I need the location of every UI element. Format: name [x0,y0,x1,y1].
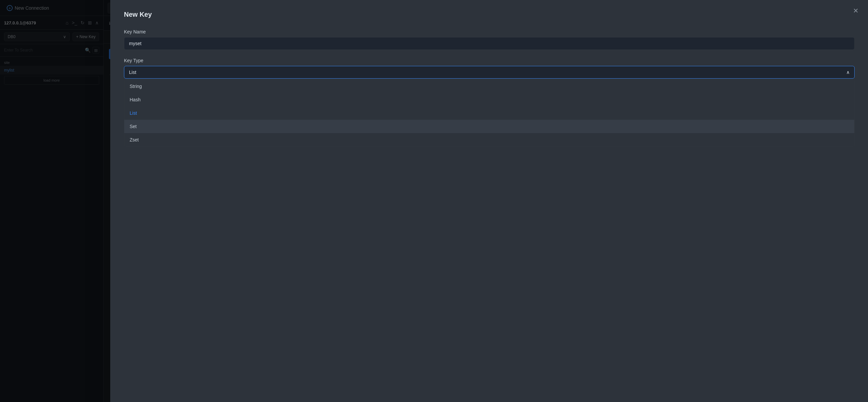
modal-overlay: ✕ New Key Key Name Key Type List ∧ Strin… [0,0,868,402]
key-type-dropdown: String Hash List Set Zset [124,79,855,147]
key-name-label: Key Name [124,29,855,34]
dropdown-option-list[interactable]: List [124,106,854,120]
chevron-up-icon: ∧ [846,69,849,75]
new-key-modal: ✕ New Key Key Name Key Type List ∧ Strin… [110,0,868,402]
key-type-label: Key Type [124,58,855,63]
modal-title: New Key [124,11,855,19]
key-type-select[interactable]: List ∧ [124,66,855,79]
dropdown-option-zset[interactable]: Zset [124,133,854,146]
modal-close-button[interactable]: ✕ [850,5,861,16]
dropdown-option-string[interactable]: String [124,80,854,93]
key-type-group: Key Type List ∧ String Hash List Set Zse… [124,58,855,147]
key-type-value: List [129,69,136,75]
dropdown-option-hash[interactable]: Hash [124,93,854,106]
dropdown-option-set[interactable]: Set [124,120,854,133]
key-name-input[interactable] [124,37,855,50]
key-name-group: Key Name [124,29,855,50]
